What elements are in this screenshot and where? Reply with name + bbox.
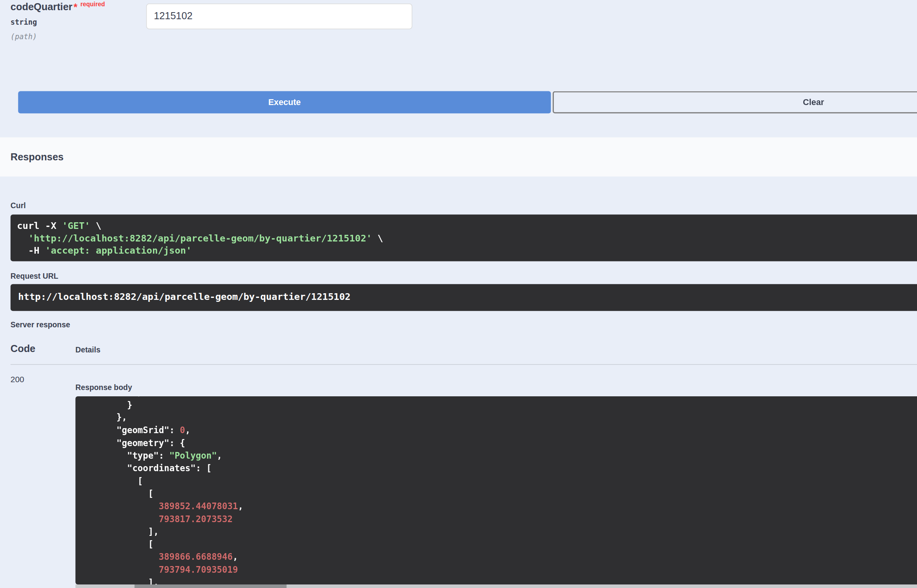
code-line: 'http://localhost:8282/api/parcelle-geom… (17, 232, 917, 244)
code-line: } (85, 399, 917, 412)
clear-button[interactable]: Clear (553, 91, 917, 114)
status-code: 200 (11, 375, 24, 384)
server-response-label: Server response (11, 320, 70, 329)
swagger-operation-panel: codeQuartier*required string (path) Exec… (0, 0, 917, 588)
required-label: required (80, 0, 105, 7)
execute-button[interactable]: Execute (18, 91, 551, 114)
parameter-name-row: codeQuartier*required (11, 0, 105, 13)
request-url-label: Request URL (11, 272, 58, 280)
code-line: 389852.44078031, (85, 501, 917, 513)
code-column-header: Code (11, 343, 35, 355)
code-line: "coordinates": [ (85, 463, 917, 475)
code-line: ], (85, 526, 917, 539)
parameter-location: (path) (11, 32, 37, 41)
code-line: ], (85, 577, 917, 584)
code-line: [ (85, 488, 917, 500)
required-asterisk: * (74, 2, 78, 13)
scrollbar-thumb[interactable] (135, 584, 287, 588)
response-body-block[interactable]: } } }, "geomSrid": 0, "geometry": { "typ… (75, 396, 917, 584)
response-body-json: } } }, "geomSrid": 0, "geometry": { "typ… (75, 396, 917, 584)
code-line: [ (85, 475, 917, 488)
code-line: } (85, 396, 917, 399)
details-column-header: Details (75, 345, 100, 354)
code-line: "geometry": { (85, 437, 917, 450)
code-line: }, (85, 412, 917, 424)
curl-command-block[interactable]: curl -X 'GET' \ 'http://localhost:8282/a… (11, 214, 917, 261)
code-line: curl -X 'GET' \ (17, 220, 917, 232)
code-line: [ (85, 539, 917, 551)
code-line: "geomSrid": 0, (85, 425, 917, 437)
code-line: 793817.2073532 (85, 513, 917, 526)
request-url-block: http://localhost:8282/api/parcelle-geom/… (11, 284, 917, 311)
table-divider (11, 364, 917, 365)
code-line: 389866.6688946, (85, 551, 917, 564)
codequartier-input[interactable] (146, 4, 412, 29)
curl-label: Curl (11, 201, 26, 210)
code-line: "type": "Polygon", (85, 450, 917, 462)
response-body-horizontal-scrollbar[interactable] (75, 584, 917, 588)
parameter-type: string (11, 18, 37, 26)
responses-header-band: Responses (0, 137, 917, 176)
code-line: 793794.70935019 (85, 564, 917, 577)
responses-title: Responses (11, 151, 64, 163)
request-url-value: http://localhost:8282/api/parcelle-geom/… (18, 291, 350, 302)
parameter-name: codeQuartier (11, 2, 73, 13)
code-line: -H 'accept: application/json' (17, 244, 917, 256)
response-body-label: Response body (75, 383, 132, 392)
